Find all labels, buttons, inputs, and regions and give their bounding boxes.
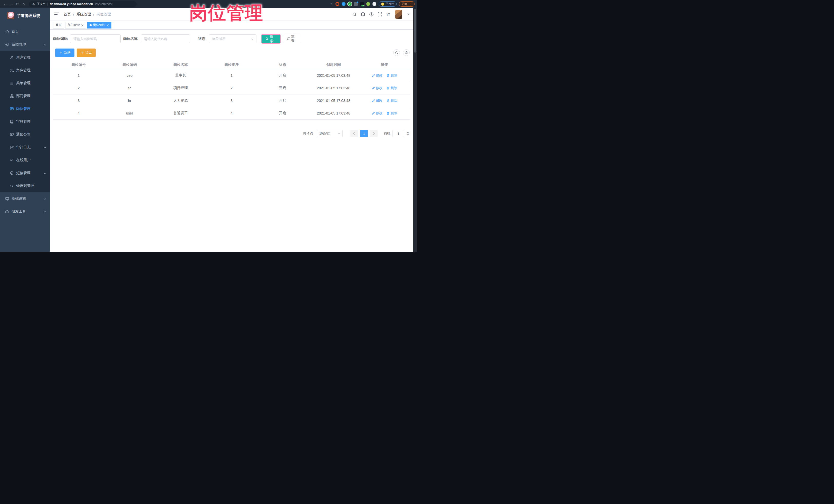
sidebar-item-label: 角色管理 — [16, 68, 46, 73]
sidebar-item-dev-tools[interactable]: 研发工具 — [0, 205, 50, 218]
sidebar-item-roles[interactable]: 角色管理 — [0, 64, 50, 77]
sidebar-item-sms[interactable]: 短信管理 — [0, 167, 50, 179]
chevron-down-icon — [43, 172, 46, 175]
current-page-button[interactable]: 1 — [360, 130, 368, 137]
edit-link[interactable]: 修改 — [372, 86, 382, 90]
sidebar-item-menus[interactable]: 菜单管理 — [0, 77, 50, 90]
table-row[interactable]: 3 hr 人力资源 3 开启 2021-01-05 17:03:48 修改 删除 — [53, 94, 410, 107]
cell-sort: 2 — [206, 86, 257, 90]
fullscreen-icon[interactable] — [378, 12, 382, 17]
edit-link[interactable]: 修改 — [372, 111, 382, 115]
posts-table: 岗位编号 岗位编码 岗位名称 岗位排序 状态 创建时间 操作 1 ceo 董事长… — [53, 61, 410, 119]
post-name-input[interactable] — [141, 35, 190, 43]
table-row[interactable]: 2 se 项目经理 2 开启 2021-01-05 17:03:48 修改 删除 — [53, 82, 410, 94]
address-bar[interactable]: ⚠ 不安全 dashboard.yudao.iocoder.cn/system/… — [29, 1, 136, 7]
sidebar-item-posts[interactable]: 岗位管理 — [0, 103, 50, 115]
post-code-input[interactable] — [70, 35, 120, 43]
sidebar-item-dictionary[interactable]: 字典管理 — [0, 115, 50, 128]
tab-posts[interactable]: 岗位管理 — [87, 22, 111, 28]
reset-button[interactable]: 重置 — [283, 35, 301, 43]
page-scrollbar[interactable] — [413, 8, 417, 252]
avatar[interactable] — [395, 10, 402, 19]
extension-icon-bird[interactable] — [372, 2, 376, 6]
caret-down-icon[interactable] — [407, 14, 410, 15]
goto-page-input[interactable] — [393, 130, 404, 137]
browser-reload-icon[interactable]: ⟳ — [14, 2, 21, 6]
sidebar-item-audit-log[interactable]: 审计日志 — [0, 141, 50, 154]
sidebar-item-infrastructure[interactable]: 基础设施 — [0, 192, 50, 205]
table-row[interactable]: 4 user 普通员工 4 开启 2021-01-05 17:03:48 修改 … — [53, 107, 410, 119]
user-icon — [10, 56, 14, 60]
browser-update-button[interactable]: 更新 ⋮ — [399, 1, 415, 7]
cell-created: 2021-01-05 17:03:48 — [308, 86, 359, 90]
sidebar-item-label: 部门管理 — [16, 94, 46, 98]
extension-icon-grid[interactable] — [354, 2, 358, 6]
search-button[interactable]: 搜索 — [262, 35, 280, 43]
sidebar-submenu-system: 用户管理 角色管理 菜单管理 部门管理 岗位管理 — [0, 51, 50, 192]
sidebar-item-label: 用户管理 — [16, 55, 46, 60]
refresh-icon — [287, 37, 290, 41]
bookmark-star-icon[interactable]: ☆ — [330, 2, 333, 6]
plus-icon — [59, 51, 63, 54]
sidebar-item-system[interactable]: 系统管理 — [0, 38, 50, 51]
table-row[interactable]: 1 ceo 董事长 1 开启 2021-01-05 17:03:48 修改 删除 — [53, 69, 410, 82]
breadcrumb: 首页 / 系统管理 / 岗位管理 — [64, 12, 111, 17]
scrollbar-thumb[interactable] — [414, 9, 416, 52]
column-header-actions: 操作 — [359, 62, 410, 67]
delete-link[interactable]: 删除 — [387, 98, 397, 103]
chevron-down-icon — [43, 146, 46, 149]
column-header-name: 岗位名称 — [155, 62, 206, 67]
breadcrumb-system[interactable]: 系统管理 — [76, 12, 91, 17]
sidebar-item-online-users[interactable]: 在线用户 — [0, 154, 50, 167]
column-settings-button[interactable] — [403, 49, 410, 56]
sidebar-item-departments[interactable]: 部门管理 — [0, 90, 50, 103]
refresh-icon-button[interactable] — [393, 49, 400, 56]
help-icon[interactable] — [369, 12, 374, 17]
github-icon[interactable] — [361, 12, 365, 17]
breadcrumb-home[interactable]: 首页 — [64, 12, 71, 17]
hamburger-icon[interactable] — [54, 12, 59, 17]
sidebar-item-home[interactable]: 首页 — [0, 25, 50, 38]
sidebar-item-notices[interactable]: 通知公告 — [0, 128, 50, 141]
app-title: 芋道管理系统 — [17, 13, 40, 18]
paused-extension-badge[interactable]: 已暂停 — [379, 1, 397, 7]
tab-label: 部门管理 — [67, 23, 80, 27]
font-size-icon[interactable]: тT — [386, 12, 390, 17]
browser-forward-icon[interactable]: → — [8, 2, 14, 6]
browser-toolbar-right: ☆ ✓ 已暂停 更新 ⋮ — [330, 1, 415, 7]
sidebar-item-users[interactable]: 用户管理 — [0, 51, 50, 64]
browser-back-icon[interactable]: ← — [2, 2, 8, 6]
next-page-button[interactable] — [370, 130, 378, 137]
browser-menu-icon[interactable]: ⋮ — [409, 2, 412, 6]
close-icon[interactable] — [107, 24, 109, 26]
tab-home[interactable]: 首页 — [53, 22, 64, 28]
edit-link[interactable]: 修改 — [372, 73, 382, 78]
browser-home-icon[interactable]: ⌂ — [21, 2, 27, 6]
export-button[interactable]: 导出 — [77, 48, 96, 57]
add-button[interactable]: 新增 — [55, 48, 74, 57]
close-icon[interactable] — [81, 24, 84, 26]
app-logo — [7, 12, 14, 19]
extension-icon-gm[interactable] — [360, 2, 364, 6]
sidebar-item-error-codes[interactable]: 错误码管理 — [0, 179, 50, 192]
edit-link[interactable]: 修改 — [372, 98, 382, 103]
search-icon[interactable] — [352, 12, 357, 17]
app-logo-row[interactable]: 芋道管理系统 — [0, 8, 50, 23]
status-select[interactable]: 岗位状态 — [209, 35, 257, 43]
security-label: 不安全 — [37, 2, 45, 6]
prev-page-button[interactable] — [350, 130, 358, 137]
tab-departments[interactable]: 部门管理 — [65, 22, 86, 28]
delete-link[interactable]: 删除 — [387, 73, 397, 78]
extension-icon-check[interactable]: ✓ — [348, 2, 352, 6]
delete-link[interactable]: 删除 — [387, 111, 397, 115]
url-divider — [47, 3, 48, 6]
extension-icon-ring[interactable] — [335, 2, 339, 6]
page-size-select[interactable]: 10条/页 — [317, 130, 343, 137]
cell-status: 开启 — [257, 86, 308, 90]
extension-icon-leaf[interactable] — [366, 2, 370, 6]
sidebar-item-label: 菜单管理 — [16, 81, 46, 86]
cell-name: 普通员工 — [155, 111, 206, 115]
users-icon — [10, 68, 14, 72]
delete-link[interactable]: 删除 — [387, 86, 397, 90]
extension-icon-drop[interactable] — [342, 2, 346, 6]
